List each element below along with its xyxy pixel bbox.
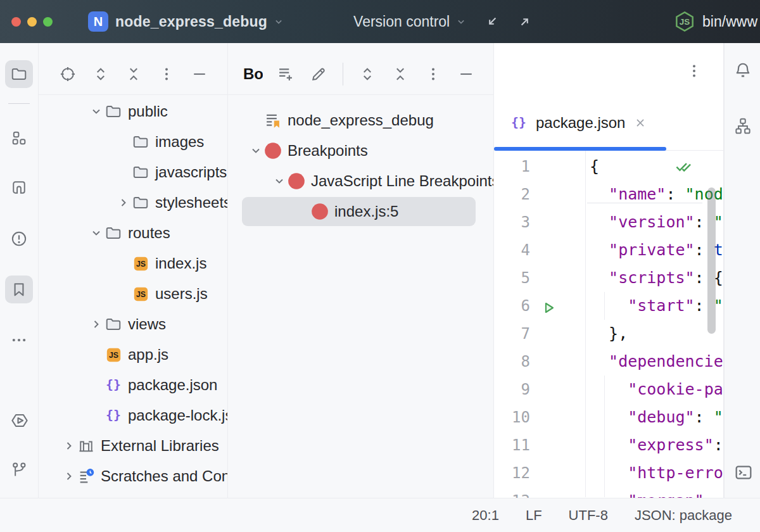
chevron-right-icon[interactable] [61,468,77,484]
kebab-icon[interactable] [158,65,175,83]
code-token: "name" [609,185,666,203]
hide-icon[interactable] [191,65,208,83]
update-project-button[interactable] [484,13,500,30]
folder-icon [104,224,122,242]
double-check-icon[interactable] [673,156,694,177]
bookmark-icon[interactable] [10,281,28,298]
kebab-icon[interactable] [424,65,442,83]
chevron-down-icon[interactable] [271,173,288,189]
chevron-right-icon[interactable] [88,316,104,332]
tree-item-label: node_express_debug [288,111,434,129]
squares-icon[interactable] [10,129,28,147]
tree-row-stylesheets[interactable]: stylesheets [39,187,227,218]
panel-title: Bookmarks [243,65,263,83]
minimize-window-button[interactable] [27,17,37,27]
run-script-icon[interactable] [540,299,557,317]
tree-row-public[interactable]: public [39,96,227,127]
close-icon[interactable] [633,116,647,130]
terminal-icon[interactable] [733,462,752,481]
tree-row-external-libraries[interactable]: External Libraries [39,431,227,461]
chevron-right-icon[interactable] [115,194,132,211]
svg-text:JS: JS [108,351,118,360]
braces-icon: {} [510,114,528,132]
run-configuration-widget[interactable]: JS bin/www [673,10,760,34]
code-line: "cookie-parser": "~1.4.4", [590,376,723,403]
ellipsis-icon[interactable] [10,331,28,349]
status-widget-caret-position[interactable]: 20:1 [472,507,499,524]
tree-row-views[interactable]: views [39,309,227,339]
folder-icon [132,194,149,212]
tree-row-users-js[interactable]: JSusers.js [39,279,227,309]
code-token: { [590,157,599,175]
expand-all-icon[interactable] [358,65,376,83]
tree-row-node-express-debug[interactable]: node_express_debug [228,105,493,136]
chevron-down-icon [455,15,467,28]
close-window-button[interactable] [11,17,21,27]
status-widget-encoding[interactable]: UTF-8 [569,507,608,524]
expand-all-icon[interactable] [92,65,110,83]
chevron-down-icon[interactable] [88,225,104,241]
tree-item-label: users.js [155,285,208,303]
status-widget-file-type[interactable]: JSON: package [635,507,732,524]
tree-item-label: package-lock.json [128,407,228,424]
svg-text:JS: JS [136,260,145,269]
tree-row-scratches-and-consoles[interactable]: Scratches and Consoles [39,461,227,491]
chevron-right-icon[interactable] [61,438,77,454]
tree-row-package-lock-json[interactable]: {}package-lock.json [39,400,227,431]
folder-icon[interactable] [10,65,28,83]
kebab-icon[interactable] [685,62,703,80]
chevron-spacer [88,407,104,424]
code-token: "private" [609,241,694,259]
collapse-all-icon[interactable] [125,65,142,83]
code-editor[interactable]: 12345678910111213 { "name": "node_expres… [494,151,723,497]
line-number: 5 [494,264,530,292]
notebook-icon[interactable] [10,179,28,196]
tree-row-index-js-5[interactable]: index.js:5 [228,196,493,227]
vcs-widget[interactable]: Version control [353,13,467,30]
zoom-window-button[interactable] [43,17,53,27]
tree-row-package-json[interactable]: {}package.json [39,370,227,400]
project-widget[interactable]: N node_express_debug [88,11,285,32]
tree-row-routes[interactable]: routes [39,218,227,248]
status-widget-line-separator[interactable]: LF [526,507,542,524]
tab-package-json[interactable]: {} package.json [494,95,666,150]
crosshair-icon[interactable] [59,65,77,83]
collapse-all-icon[interactable] [391,65,409,83]
tab-label: package.json [536,114,625,132]
tree-row-app-js[interactable]: JSapp.js [39,339,227,370]
tree-row-javascript-line-breakpoints[interactable]: JavaScript Line Breakpoints [228,166,493,196]
add-bookmark-icon[interactable] [277,65,294,83]
bell-icon[interactable] [733,61,752,80]
chevron-down-icon[interactable] [248,142,264,159]
vcs-label: Version control [353,13,450,30]
code-token: "~2.6.9" [714,408,723,426]
editor-tab-bar: {} package.json [494,95,723,151]
git-branch-icon[interactable] [10,461,28,479]
nodejs-hexagon-icon: JS [673,10,697,34]
line-number: 1 [494,153,530,180]
project-panel-header [39,43,227,95]
svg-text:{}: {} [511,115,526,130]
editor-gutter[interactable]: 12345678910111213 [494,153,530,498]
hexagon-play-icon[interactable] [10,411,28,429]
code-token: : [704,491,723,498]
tree-row-index-js[interactable]: JSindex.js [39,248,227,279]
tree-item-label: views [128,315,166,333]
editor-scrollbar[interactable] [707,187,716,334]
warning-circle-icon[interactable] [10,230,28,248]
code-token: "scripts" [609,269,694,287]
hierarchy-icon[interactable] [733,117,752,136]
chevron-spacer [115,255,132,272]
edit-icon[interactable] [310,65,327,83]
tree-row-javascripts[interactable]: javascripts [39,157,227,187]
chevron-spacer [115,134,132,150]
tree-row-images[interactable]: images [39,127,227,157]
code-token: : [666,185,685,203]
tree-row-breakpoints[interactable]: Breakpoints [228,136,493,166]
tree-item-label: index.js:5 [334,203,398,220]
svg-text:{}: {} [106,377,121,392]
push-button[interactable] [517,13,533,30]
chevron-down-icon[interactable] [88,103,104,120]
hide-icon[interactable] [457,65,475,83]
library-icon [77,437,95,455]
